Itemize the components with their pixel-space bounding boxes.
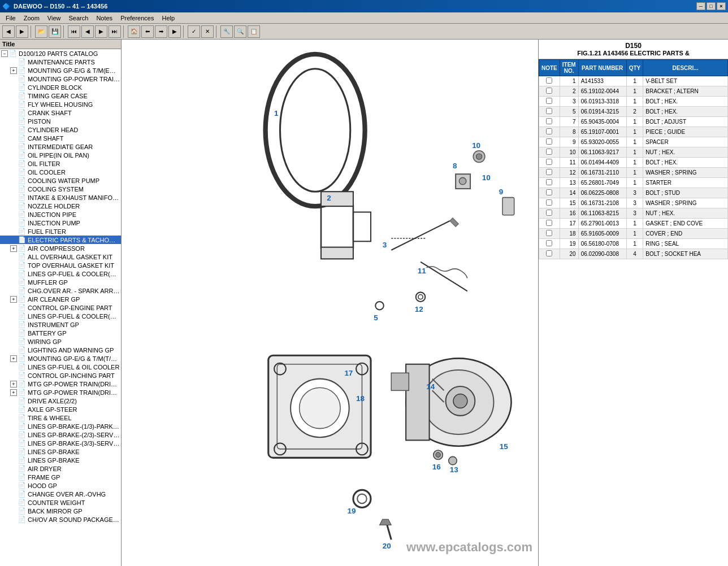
tree-item[interactable]: 📄LINES GP-BRAKE-(1/3)-PARKING... [0,422,121,430]
cell-check[interactable] [539,219,560,229]
tree-item[interactable]: 📄INTERMEDIATE GEAR [0,142,121,151]
minimize-button[interactable]: ─ [696,2,705,10]
cell-check[interactable] [539,76,560,86]
menu-item-file[interactable]: File [2,14,19,22]
tree-item[interactable]: +📄MTG GP-POWER TRAIN(DRIVE A... [0,388,121,397]
tree-item[interactable]: 📄TIRE & WHEEL [0,413,121,422]
menu-item-notes[interactable]: Notes [93,14,116,22]
cell-check[interactable] [539,117,560,127]
expand-icon[interactable]: + [10,67,17,74]
tree-item[interactable]: 📄BATTERY GP [0,329,121,337]
tree-item[interactable]: 📄DRIVE AXLE(2/2) [0,397,121,405]
tree-view[interactable]: −📄D100/120 PARTS CATALOG📄MAINTENANCE PAR… [0,49,121,566]
prev-button[interactable]: ⏮ [68,25,80,38]
prev2-button[interactable]: ◀ [81,25,94,38]
expand-icon[interactable]: + [10,296,17,303]
tree-item[interactable]: +📄MTG GP-POWER TRAIN(DRIVE A... [0,380,121,388]
table-row[interactable]: 5 06.01914-3215 2 BOLT ; HEX. [539,107,728,117]
table-row[interactable]: 14 06.06225-0808 3 BOLT ; STUD [539,188,728,198]
tree-item[interactable]: 📄COOLING WATER PUMP [0,176,121,185]
tree-item[interactable]: +📄AIR COMPRESSOR [0,244,121,252]
menu-item-view[interactable]: View [44,14,64,22]
nav-fwd-button[interactable]: ➡ [155,25,167,38]
cell-check[interactable] [539,188,560,198]
table-row[interactable]: 7 65.90435-0004 1 BOLT ; ADJUST [539,117,728,127]
expand-icon[interactable]: + [10,245,17,252]
table-row[interactable]: 16 06.11063-8215 3 NUT ; HEX. [539,208,728,219]
cell-check[interactable] [539,97,560,107]
table-row[interactable]: 15 06.16731-2108 3 WASHER ; SPRING [539,198,728,208]
tree-item[interactable]: 📄LINES GP-FUEL & OIL COOLER [0,363,121,371]
tree-item[interactable]: 📄LINES GP-FUEL & COOLER(RADI... [0,269,121,278]
table-row[interactable]: 11 06.01494-4409 1 BOLT ; HEX. [539,158,728,168]
parts-table-container[interactable]: NOTE ITEM NO. PART NUMBER QTY DESCRI... … [539,59,728,566]
tree-item[interactable]: 📄CH/OV AR SOUND PACKAGE PA... [0,515,121,524]
tree-item[interactable]: 📄LINES GP-BRAKE-(3/3)-SERVICE... [0,439,121,447]
cell-check[interactable] [539,127,560,137]
tree-item[interactable]: 📄MAINTENANCE PARTS [0,58,121,66]
check-button[interactable]: ✓ [188,25,200,38]
tree-item[interactable]: 📄ALL OVERHAUL GASKET KIT [0,252,121,261]
next-button[interactable]: ⏭ [109,25,121,38]
nav-back-button[interactable]: ⬅ [141,25,154,38]
expand-icon[interactable]: − [1,50,8,57]
tool2-button[interactable]: 🔍 [234,25,246,38]
cell-check[interactable] [539,137,560,147]
x-button[interactable]: ✕ [201,25,214,38]
tree-item[interactable]: 📄TOP OVERHAUL GASKET KIT [0,261,121,269]
expand-icon[interactable]: + [10,389,17,396]
cell-check[interactable] [539,158,560,168]
cell-check[interactable] [539,198,560,208]
close-button[interactable]: × [717,2,726,10]
table-row[interactable]: 9 65.93020-0055 1 SPACER [539,137,728,147]
tree-item[interactable]: +📄AIR CLEANER GP [0,295,121,303]
table-row[interactable]: 2 65.19102-0044 1 BRACKET ; ALTERN [539,86,728,97]
tree-item[interactable]: 📄OIL COOLER [0,168,121,176]
tree-item[interactable]: +📄MOUNTING GP-E/G & T/M(ENGI... [0,66,121,75]
tree-item[interactable]: 📄WIRING GP [0,337,121,346]
tree-item[interactable]: 📄CAM SHAFT [0,134,121,142]
tree-item[interactable]: 📄FRAME GP [0,473,121,481]
expand-icon[interactable]: + [10,381,17,388]
tree-item[interactable]: 📄COUNTER WEIGHT [0,498,121,507]
table-row[interactable]: 19 06.56180-0708 1 RING ; SEAL [539,239,728,249]
tree-item[interactable]: 📄ELECTRIC PARTS & TACHOMETE... [0,236,121,244]
tree-item[interactable]: 📄CHG.OVER AR. - SPARK ARREST... [0,286,121,295]
cell-check[interactable] [539,239,560,249]
tree-item[interactable]: 📄FLY WHEEL HOUSING [0,100,121,108]
table-row[interactable]: 20 06.02090-0308 4 BOLT ; SOCKET HEA [539,249,728,259]
tree-item[interactable]: 📄FUEL FILTER [0,227,121,236]
cell-check[interactable] [539,147,560,158]
tree-item[interactable]: −📄D100/120 PARTS CATALOG [0,49,121,58]
table-row[interactable]: 18 65.91605-0009 1 COVER ; END [539,229,728,239]
tool1-button[interactable]: 🔧 [220,25,233,38]
menu-item-zoom[interactable]: Zoom [20,14,43,22]
tree-item[interactable]: 📄INTAKE & EXHAUST MANIFOLD [0,193,121,202]
cell-check[interactable] [539,249,560,259]
tree-item[interactable]: +📄MOUNTING GP-E/G & T/M(T/M P... [0,354,121,363]
cell-check[interactable] [539,86,560,97]
table-row[interactable]: 8 65.19107-0001 1 PIECE ; GUIDE [539,127,728,137]
table-row[interactable]: 17 65.27901-0013 1 GASKET ; END COVE [539,219,728,229]
forward-button[interactable]: ▶ [16,25,28,38]
tree-item[interactable]: 📄LINES GP-BRAKE-(2/3)-SERVICE... [0,430,121,439]
tree-item[interactable]: 📄CONTROL GP-INCHING PART [0,371,121,380]
table-row[interactable]: 1 A141533 1 V-BELT SET [539,76,728,86]
tree-item[interactable]: 📄LIGHTING AND WARNING GP [0,346,121,354]
tree-item[interactable]: 📄OIL PIPE(IN OIL PAN) [0,151,121,159]
tree-item[interactable]: 📄COOLING SYSTEM [0,185,121,193]
tree-item[interactable]: 📄HOOD GP [0,481,121,490]
open-button[interactable]: 📂 [35,25,47,38]
tree-item[interactable]: 📄MUFFLER GP [0,278,121,286]
expand-icon[interactable]: + [10,355,17,362]
tree-item[interactable]: 📄PISTON [0,117,121,125]
tree-item[interactable]: 📄AIR DRYER [0,464,121,473]
tree-item[interactable]: 📄OIL FILTER [0,159,121,168]
menu-item-help[interactable]: Help [158,14,178,22]
cell-check[interactable] [539,208,560,219]
tree-item[interactable]: 📄MOUNTING GP-POWER TRAIN(E... [0,75,121,83]
tree-item[interactable]: 📄LINES GP-BRAKE [0,456,121,464]
tree-item[interactable]: 📄INJECTION PUMP [0,219,121,227]
back-button[interactable]: ◀ [2,25,15,38]
tree-item[interactable]: 📄LINES GP-FUEL & COOLER(FUEL... [0,312,121,320]
